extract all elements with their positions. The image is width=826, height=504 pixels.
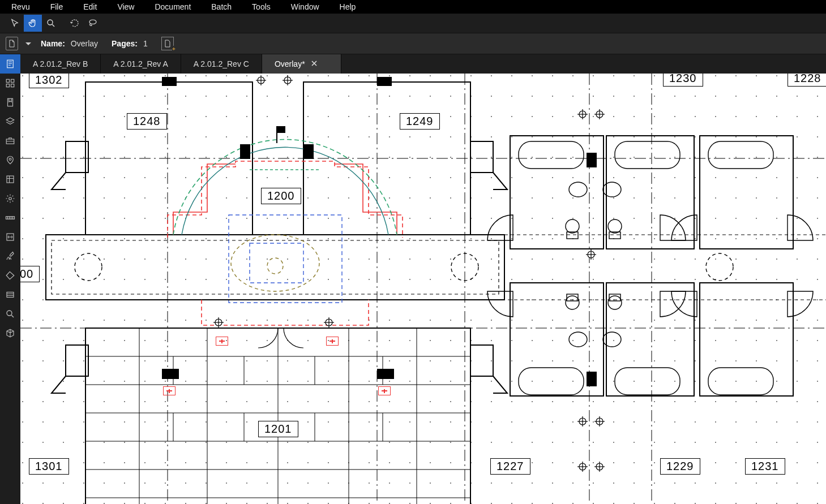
svg-rect-17 [20,74,826,504]
svg-point-11 [9,197,12,200]
tab-label: A 2.01.2_Rev C [194,59,249,68]
flags-icon [5,270,15,281]
panel-forms[interactable] [0,170,20,189]
menu-document[interactable]: Document [144,1,201,13]
zoom-icon [46,18,56,28]
svg-rect-3 [6,79,9,82]
tv-block [303,144,314,159]
lasso-button[interactable] [84,15,102,32]
tab-label: A 2.01.2_Rev B [33,59,88,68]
tab-close-button[interactable] [311,59,318,68]
room-label-1248: 1248 [127,113,167,130]
column-block [162,369,179,379]
file-dropdown-button[interactable] [24,39,33,48]
pan-hand-icon [28,18,38,28]
document-properties-bar: Name: Overlay Pages: 1 [0,33,826,54]
svg-rect-10 [7,176,14,183]
name-value: Overlay [71,39,98,48]
3d-icon [5,328,15,338]
drawing-canvas[interactable]: 1302 1248 1249 1230 1228 1200 00 1201 13… [20,74,826,504]
menu-tools[interactable]: Tools [242,1,281,13]
panel-sets[interactable] [0,285,20,304]
panel-measure[interactable] [0,208,20,227]
panel-layers[interactable] [0,112,20,131]
svg-rect-2 [7,60,14,68]
menu-bar: Revu File Edit View Document Batch Tools… [0,0,826,14]
tab-rev-b[interactable]: A 2.01.2_Rev B [20,54,101,74]
panel-3d[interactable] [0,324,20,343]
svg-point-0 [48,20,53,25]
signatures-icon [5,251,15,261]
menu-edit[interactable]: Edit [73,1,107,13]
tab-label: Overlay* [275,59,305,68]
room-label-1201: 1201 [258,421,298,437]
overlay-marker [378,386,391,395]
panel-settings[interactable] [0,189,20,208]
rotate-button[interactable] [66,15,84,32]
room-label-1231: 1231 [745,458,785,475]
file-menu-button[interactable] [6,37,18,50]
tab-rev-a[interactable]: A 2.01.2_Rev A [101,54,181,74]
pan-hand-button[interactable] [24,15,42,32]
room-label-1200: 1200 [261,188,301,204]
tab-label: A 2.01.2_Rev A [113,59,168,68]
svg-rect-6 [11,84,14,87]
overlay-marker [326,337,339,346]
panel-flags[interactable] [0,266,20,285]
svg-point-9 [9,158,11,161]
room-label-1230: 1230 [663,74,703,87]
column-block [162,77,177,86]
room-label-00: 00 [20,266,40,282]
lasso-icon [88,18,98,28]
menu-file[interactable]: File [40,1,74,13]
tab-overlay[interactable]: Overlay* [262,54,341,74]
svg-rect-12 [6,217,15,219]
top-toolbar [0,14,826,33]
panel-search[interactable] [0,304,20,324]
select-arrow-button[interactable] [6,15,24,32]
flag-pole [276,126,277,143]
room-label-1301: 1301 [29,458,69,475]
overlay-marker [163,386,176,395]
panel-signatures[interactable] [0,247,20,266]
panel-places[interactable] [0,150,20,170]
panel-links[interactable] [0,227,20,247]
select-arrow-icon [10,18,20,28]
add-page-button[interactable] [161,37,174,50]
svg-rect-14 [7,292,14,298]
menu-help[interactable]: Help [329,1,366,13]
menu-view[interactable]: View [107,1,144,13]
room-label-1229: 1229 [660,458,700,475]
tab-rev-c[interactable]: A 2.01.2_Rev C [181,54,262,74]
panel-thumbnails[interactable] [0,74,20,93]
panel-toolchest[interactable] [0,131,20,150]
layers-icon [5,117,15,127]
close-icon [311,60,318,67]
measure-icon [5,213,15,223]
room-label-1249: 1249 [400,113,440,130]
column-block [377,77,392,86]
panel-file-access[interactable] [0,54,20,74]
menu-revu[interactable]: Revu [0,1,40,13]
room-label-1302: 1302 [29,74,69,88]
panel-bookmarks[interactable] [0,93,20,112]
overlay-marker [216,337,228,346]
bookmarks-icon [5,97,15,107]
menu-window[interactable]: Window [281,1,329,13]
pages-label: Pages: [112,39,138,48]
svg-rect-4 [11,79,14,82]
zoom-button[interactable] [42,15,60,32]
column-block [377,369,394,379]
svg-rect-5 [6,84,9,87]
toolchest-icon [5,136,15,146]
search-icon [5,309,15,319]
name-label: Name: [41,39,65,48]
svg-point-1 [89,20,96,24]
tv-block [240,144,250,159]
sets-icon [5,290,15,300]
room-label-1228: 1228 [788,74,826,87]
rotate-icon [70,18,80,28]
floor-plan-drawing [20,74,826,504]
room-label-1227: 1227 [490,458,530,475]
menu-batch[interactable]: Batch [201,1,242,13]
